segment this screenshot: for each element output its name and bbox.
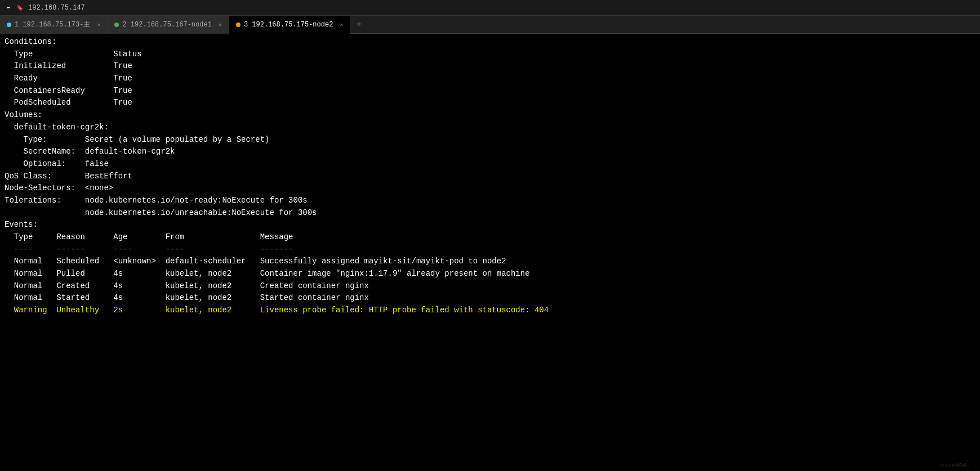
terminal-line: Initialized True xyxy=(5,60,975,73)
tab-3-close[interactable]: ✕ xyxy=(340,21,343,28)
terminal-line: default-token-cgr2k: xyxy=(5,122,975,134)
tab-1-dot xyxy=(7,23,11,27)
terminal-line: Normal Pulled 4s kubelet, node2 Containe… xyxy=(5,268,975,280)
tab-bar: 1 192.168.75.173-主 ✕ 2 192.168.75.167-no… xyxy=(0,16,980,34)
terminal-line: Warning Unhealthy 2s kubelet, node2 Live… xyxy=(5,304,975,317)
terminal-line: Optional: false xyxy=(5,158,975,171)
terminal-line: Ready True xyxy=(5,73,975,85)
tab-3-dot xyxy=(236,23,240,27)
title-bar-address: 192.168.75.147 xyxy=(28,4,85,12)
terminal-line: Type Reason Age From Message xyxy=(5,231,975,244)
terminal-line: Normal Created 4s kubelet, node2 Created… xyxy=(5,280,975,293)
tab-2-label: 2 192.168.75.167-node1 xyxy=(122,21,211,29)
terminal-line: Volumes: xyxy=(5,109,975,122)
terminal-line: Type: Secret (a volume populated by a Se… xyxy=(5,134,975,146)
nav-back-icon[interactable]: ⬅ xyxy=(5,4,12,12)
title-bar: ⬅ 🔖 192.168.75.147 xyxy=(0,0,980,16)
terminal-line: Events: xyxy=(5,219,975,231)
tab-3[interactable]: 3 192.168.75.175-node2 ✕ xyxy=(229,16,350,34)
terminal-line: QoS Class: BestEffort xyxy=(5,171,975,183)
tab-1-label: 1 192.168.75.173-主 xyxy=(15,20,90,29)
terminal-line: Tolerations: node.kubernetes.io/not-read… xyxy=(5,195,975,207)
tab-2[interactable]: 2 192.168.75.167-node1 ✕ xyxy=(108,16,229,34)
tab-2-close[interactable]: ✕ xyxy=(219,21,222,28)
terminal-line: Normal Scheduled <unknown> default-sched… xyxy=(5,255,975,268)
terminal-content: Conditions: Type Status Initialized True… xyxy=(0,34,980,319)
terminal-line: node.kubernetes.io/unreachable:NoExecute… xyxy=(5,207,975,219)
terminal-line: Node-Selectors: <none> xyxy=(5,182,975,195)
tab-2-dot xyxy=(114,23,119,27)
terminal-line: Conditions: xyxy=(5,36,975,48)
tab-1-close[interactable]: ✕ xyxy=(97,21,100,28)
bookmark-icon[interactable]: 🔖 xyxy=(16,4,24,12)
terminal-line: ContainersReady True xyxy=(5,85,975,97)
tab-1[interactable]: 1 192.168.75.173-主 ✕ xyxy=(0,16,108,34)
title-bar-icons: ⬅ 🔖 xyxy=(5,4,24,12)
terminal-line: ---- ------ ---- ---- ------- xyxy=(5,244,975,256)
tab-3-label: 3 192.168.75.175-node2 xyxy=(244,21,333,29)
watermark: csdn404... xyxy=(941,462,978,469)
terminal-line: SecretName: default-token-cgr2k xyxy=(5,146,975,158)
terminal-line: Normal Started 4s kubelet, node2 Started… xyxy=(5,292,975,304)
terminal-line: PodScheduled True xyxy=(5,97,975,109)
tab-add-button[interactable]: + xyxy=(350,20,367,30)
terminal-line: Type Status xyxy=(5,48,975,61)
